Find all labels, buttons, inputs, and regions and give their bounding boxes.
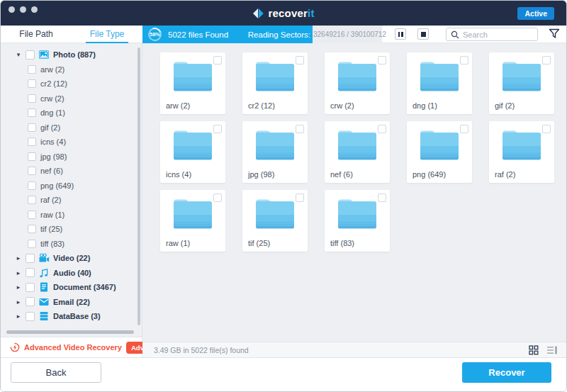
folder-card-arw-2[interactable]: arw (2) <box>160 52 225 114</box>
back-button[interactable]: Back <box>11 362 101 383</box>
folder-card-crw-2[interactable]: crw (2) <box>325 52 390 114</box>
folder-card-nef-6[interactable]: nef (6) <box>325 121 390 183</box>
folder-label: raf (2) <box>495 170 515 179</box>
folder-card-dng-1[interactable]: dng (1) <box>407 52 472 114</box>
item-checkbox[interactable] <box>28 225 36 233</box>
stop-scan-button[interactable] <box>417 28 429 40</box>
tree-item-label: jpg (98) <box>40 152 67 161</box>
tree-category-document-3467[interactable]: ▸Document (3467) <box>1 280 142 295</box>
tree-item-raw-1[interactable]: raw (1) <box>1 208 142 223</box>
tree-category-label: Photo (887) <box>53 50 96 59</box>
folder-icon <box>171 196 215 230</box>
tree-category-photo-887[interactable]: ▾Photo (887) <box>1 47 142 62</box>
active-button[interactable]: Active <box>517 7 554 20</box>
item-checkbox[interactable] <box>28 152 36 161</box>
chevron-right-icon[interactable]: ▸ <box>15 269 22 276</box>
item-checkbox[interactable] <box>28 108 36 117</box>
folder-icon <box>253 59 297 93</box>
folder-icon <box>417 128 461 162</box>
tree-item-icns-4[interactable]: icns (4) <box>1 135 142 150</box>
search-box[interactable] <box>446 28 538 41</box>
email-icon <box>38 296 50 308</box>
tree-item-jpg-98[interactable]: jpg (98) <box>1 150 142 164</box>
item-checkbox[interactable] <box>28 94 36 103</box>
chevron-right-icon[interactable]: ▸ <box>15 254 22 262</box>
reading-sectors-label: Reading Sectors: <box>248 30 310 39</box>
item-checkbox[interactable] <box>28 196 36 204</box>
tree-item-crw-2[interactable]: crw (2) <box>1 91 142 106</box>
chevron-right-icon[interactable]: ▸ <box>15 298 22 306</box>
item-checkbox[interactable] <box>28 167 36 175</box>
chevron-right-icon[interactable]: ▸ <box>15 313 22 320</box>
item-checkbox[interactable] <box>28 181 36 190</box>
item-checkbox[interactable] <box>28 79 36 88</box>
tree-category-email-22[interactable]: ▸Email (22) <box>1 295 142 310</box>
tree-item-raf-2[interactable]: raf (2) <box>1 193 142 208</box>
tree-item-label: gif (2) <box>40 123 60 132</box>
item-checkbox[interactable] <box>28 211 36 219</box>
folder-card-tif-25[interactable]: tif (25) <box>242 190 308 252</box>
tree-item-dng-1[interactable]: dng (1) <box>1 106 142 121</box>
folder-icon <box>500 128 544 162</box>
filter-button[interactable] <box>548 28 561 40</box>
folder-card-raf-2[interactable]: raf (2) <box>489 121 554 183</box>
pause-icon <box>398 32 400 37</box>
item-checkbox[interactable] <box>28 138 36 146</box>
folder-card-png-649[interactable]: png (649) <box>407 121 472 183</box>
tree-item-nef-6[interactable]: nef (6) <box>1 164 142 179</box>
tree-item-label: cr2 (12) <box>40 79 67 88</box>
folder-label: tif (25) <box>248 239 270 247</box>
advanced-video-recovery-icon <box>10 342 20 352</box>
item-checkbox[interactable] <box>28 65 36 74</box>
folder-card-raw-1[interactable]: raw (1) <box>160 190 225 252</box>
folder-icon <box>171 128 215 162</box>
recover-button[interactable]: Recover <box>462 362 551 383</box>
folder-card-gif-2[interactable]: gif (2) <box>489 52 554 114</box>
tree-item-label: nef (6) <box>40 167 63 175</box>
tree-item-cr2-12[interactable]: cr2 (12) <box>1 77 142 91</box>
pause-scan-button[interactable] <box>395 28 406 40</box>
tree-category-audio-40[interactable]: ▸Audio (40) <box>1 266 142 281</box>
tree-item-label: dng (1) <box>40 108 65 117</box>
category-checkbox[interactable] <box>26 312 35 321</box>
app-title: recoverit <box>268 7 314 19</box>
folder-card-icns-4[interactable]: icns (4) <box>160 121 225 183</box>
scan-progress-bar: 58% 5022 files Found Reading Sectors: <box>142 26 313 43</box>
search-input[interactable] <box>463 30 533 39</box>
folder-card-tiff-83[interactable]: tiff (83) <box>325 190 390 252</box>
category-checkbox[interactable] <box>26 254 35 263</box>
tree-item-tiff-83[interactable]: tiff (83) <box>1 237 142 252</box>
files-found-text: 5022 files Found <box>168 30 228 39</box>
tree-category-database-3[interactable]: ▸DataBase (3) <box>1 309 142 324</box>
sidebar-vertical-scrollbar[interactable] <box>137 47 140 325</box>
status-bar: 3.49 GB in 5022 file(s) found <box>142 342 566 357</box>
tree-item-gif-2[interactable]: gif (2) <box>1 121 142 135</box>
advanced-video-recovery[interactable]: Advanced Video Recovery Advanced <box>1 337 142 357</box>
tree-item-label: arw (2) <box>40 65 64 74</box>
sidebar-horizontal-scrollbar[interactable] <box>6 330 134 334</box>
tab-file-path[interactable]: File Path <box>1 26 72 43</box>
tree-item-png-649[interactable]: png (649) <box>1 179 142 194</box>
category-checkbox[interactable] <box>26 268 35 277</box>
tab-file-type[interactable]: File Type <box>72 26 142 43</box>
chevron-down-icon[interactable]: ▾ <box>15 51 22 58</box>
view-toggle-group <box>528 345 558 355</box>
tree-category-video-22[interactable]: ▸Video (22) <box>1 251 142 266</box>
grid-view-button[interactable] <box>528 345 539 355</box>
category-checkbox[interactable] <box>26 283 35 292</box>
item-checkbox[interactable] <box>28 240 36 248</box>
folder-card-cr2-12[interactable]: cr2 (12) <box>242 52 308 114</box>
tree-item-arw-2[interactable]: arw (2) <box>1 62 142 77</box>
category-checkbox[interactable] <box>26 297 35 306</box>
search-icon <box>451 30 459 39</box>
list-view-button[interactable] <box>546 345 558 355</box>
file-type-sidebar: ▾Photo (887)arw (2)cr2 (12)crw (2)dng (1… <box>1 43 142 337</box>
chevron-right-icon[interactable]: ▸ <box>15 284 22 291</box>
tree-item-tif-25[interactable]: tif (25) <box>1 222 142 237</box>
folder-grid: arw (2)cr2 (12)crw (2)dng (1)gif (2)icns… <box>142 43 567 342</box>
folder-label: cr2 (12) <box>248 101 275 110</box>
category-checkbox[interactable] <box>26 50 35 60</box>
item-checkbox[interactable] <box>28 123 36 132</box>
folder-card-jpg-98[interactable]: jpg (98) <box>242 121 308 183</box>
recoverit-window: recoverit Active File Path File Type 58%… <box>0 0 567 392</box>
